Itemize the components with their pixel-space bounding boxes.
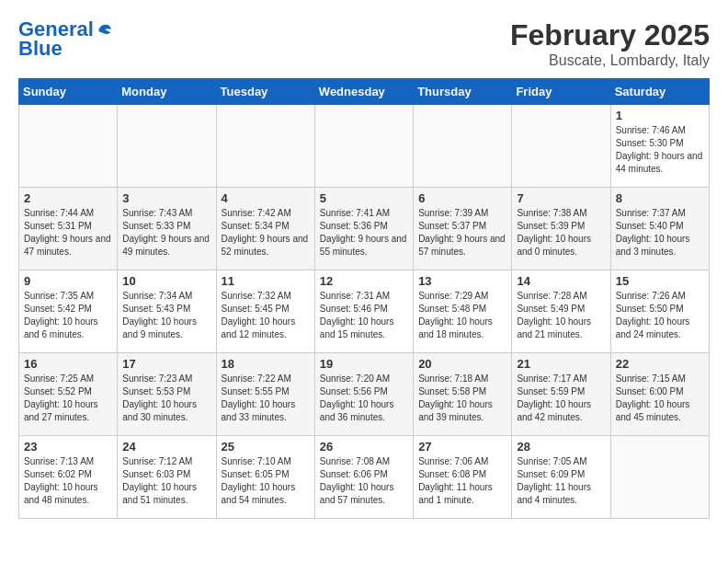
day-info: Sunrise: 7:26 AM Sunset: 5:50 PM Dayligh… — [616, 290, 704, 341]
calendar-week-4: 23Sunrise: 7:13 AM Sunset: 6:02 PM Dayli… — [19, 436, 710, 519]
day-number: 22 — [616, 357, 704, 371]
day-number: 6 — [418, 191, 506, 205]
logo: General Blue — [18, 18, 114, 61]
day-number: 25 — [222, 440, 310, 454]
calendar-week-1: 2Sunrise: 7:44 AM Sunset: 5:31 PM Daylig… — [19, 188, 710, 270]
day-info: Sunrise: 7:44 AM Sunset: 5:31 PM Dayligh… — [24, 207, 112, 259]
day-info: Sunrise: 7:39 AM Sunset: 5:37 PM Dayligh… — [418, 207, 506, 259]
day-info: Sunrise: 7:23 AM Sunset: 5:53 PM Dayligh… — [122, 373, 210, 424]
day-number: 26 — [320, 440, 408, 454]
day-info: Sunrise: 7:38 AM Sunset: 5:39 PM Dayligh… — [517, 207, 605, 259]
day-info: Sunrise: 7:10 AM Sunset: 6:05 PM Dayligh… — [222, 455, 310, 507]
day-info: Sunrise: 7:31 AM Sunset: 5:46 PM Dayligh… — [320, 290, 408, 341]
calendar-cell — [414, 105, 512, 188]
day-info: Sunrise: 7:15 AM Sunset: 6:00 PM Dayligh… — [616, 373, 704, 424]
calendar-cell: 3Sunrise: 7:43 AM Sunset: 5:33 PM Daylig… — [118, 188, 216, 270]
calendar-cell: 9Sunrise: 7:35 AM Sunset: 5:42 PM Daylig… — [19, 270, 118, 353]
calendar-body: 1Sunrise: 7:46 AM Sunset: 5:30 PM Daylig… — [19, 105, 710, 519]
day-number: 2 — [24, 191, 112, 205]
calendar-cell: 10Sunrise: 7:34 AM Sunset: 5:43 PM Dayli… — [118, 270, 216, 353]
calendar-cell: 27Sunrise: 7:06 AM Sunset: 6:08 PM Dayli… — [414, 436, 512, 519]
day-number: 18 — [222, 357, 310, 371]
calendar-cell: 6Sunrise: 7:39 AM Sunset: 5:37 PM Daylig… — [414, 188, 512, 270]
calendar-cell: 14Sunrise: 7:28 AM Sunset: 5:49 PM Dayli… — [512, 270, 610, 353]
weekday-header-wednesday: Wednesday — [314, 79, 413, 105]
day-info: Sunrise: 7:06 AM Sunset: 6:08 PM Dayligh… — [418, 455, 506, 507]
day-number: 27 — [418, 440, 506, 454]
calendar-cell: 1Sunrise: 7:46 AM Sunset: 5:30 PM Daylig… — [610, 105, 709, 188]
day-number: 5 — [320, 191, 408, 205]
title-block: February 2025 Buscate, Lombardy, Italy — [510, 18, 710, 69]
day-number: 23 — [24, 440, 112, 454]
calendar-cell — [610, 436, 709, 519]
calendar-cell: 28Sunrise: 7:05 AM Sunset: 6:09 PM Dayli… — [512, 436, 610, 519]
day-number: 28 — [517, 440, 605, 454]
day-number: 4 — [222, 191, 310, 205]
day-info: Sunrise: 7:13 AM Sunset: 6:02 PM Dayligh… — [24, 455, 112, 507]
calendar-table: SundayMondayTuesdayWednesdayThursdayFrid… — [18, 78, 710, 519]
day-number: 12 — [320, 274, 408, 288]
calendar-cell: 18Sunrise: 7:22 AM Sunset: 5:55 PM Dayli… — [216, 353, 314, 436]
day-info: Sunrise: 7:34 AM Sunset: 5:43 PM Dayligh… — [122, 290, 210, 341]
day-info: Sunrise: 7:12 AM Sunset: 6:03 PM Dayligh… — [122, 455, 210, 507]
calendar-week-2: 9Sunrise: 7:35 AM Sunset: 5:42 PM Daylig… — [19, 270, 710, 353]
day-info: Sunrise: 7:46 AM Sunset: 5:30 PM Dayligh… — [616, 124, 704, 176]
weekday-header-monday: Monday — [118, 79, 216, 105]
calendar-cell: 4Sunrise: 7:42 AM Sunset: 5:34 PM Daylig… — [216, 188, 314, 270]
day-info: Sunrise: 7:29 AM Sunset: 5:48 PM Dayligh… — [418, 290, 506, 341]
calendar-cell: 20Sunrise: 7:18 AM Sunset: 5:58 PM Dayli… — [414, 353, 512, 436]
day-number: 19 — [320, 357, 408, 371]
calendar-cell — [19, 105, 118, 188]
day-number: 15 — [616, 274, 704, 288]
day-info: Sunrise: 7:42 AM Sunset: 5:34 PM Dayligh… — [222, 207, 310, 259]
calendar-cell: 15Sunrise: 7:26 AM Sunset: 5:50 PM Dayli… — [610, 270, 709, 353]
day-info: Sunrise: 7:32 AM Sunset: 5:45 PM Dayligh… — [222, 290, 310, 341]
calendar-cell — [314, 105, 413, 188]
day-info: Sunrise: 7:22 AM Sunset: 5:55 PM Dayligh… — [222, 373, 310, 424]
weekday-header-friday: Friday — [512, 79, 610, 105]
weekday-header-saturday: Saturday — [610, 79, 709, 105]
calendar-cell: 26Sunrise: 7:08 AM Sunset: 6:06 PM Dayli… — [314, 436, 413, 519]
calendar-cell: 19Sunrise: 7:20 AM Sunset: 5:56 PM Dayli… — [314, 353, 413, 436]
day-info: Sunrise: 7:18 AM Sunset: 5:58 PM Dayligh… — [418, 373, 506, 424]
calendar-cell: 22Sunrise: 7:15 AM Sunset: 6:00 PM Dayli… — [610, 353, 709, 436]
day-number: 16 — [24, 357, 112, 371]
page-header: General Blue February 2025 Buscate, Lomb… — [18, 18, 710, 69]
calendar-header-row: SundayMondayTuesdayWednesdayThursdayFrid… — [19, 79, 710, 105]
day-info: Sunrise: 7:25 AM Sunset: 5:52 PM Dayligh… — [24, 373, 112, 424]
day-info: Sunrise: 7:20 AM Sunset: 5:56 PM Dayligh… — [320, 373, 408, 424]
calendar-cell: 23Sunrise: 7:13 AM Sunset: 6:02 PM Dayli… — [19, 436, 118, 519]
calendar-cell: 24Sunrise: 7:12 AM Sunset: 6:03 PM Dayli… — [118, 436, 216, 519]
calendar-cell — [118, 105, 216, 188]
day-info: Sunrise: 7:28 AM Sunset: 5:49 PM Dayligh… — [517, 290, 605, 341]
calendar-cell: 16Sunrise: 7:25 AM Sunset: 5:52 PM Dayli… — [19, 353, 118, 436]
day-info: Sunrise: 7:35 AM Sunset: 5:42 PM Dayligh… — [24, 290, 112, 341]
day-info: Sunrise: 7:17 AM Sunset: 5:59 PM Dayligh… — [517, 373, 605, 424]
calendar-cell: 8Sunrise: 7:37 AM Sunset: 5:40 PM Daylig… — [610, 188, 709, 270]
day-number: 8 — [616, 191, 704, 205]
calendar-cell: 11Sunrise: 7:32 AM Sunset: 5:45 PM Dayli… — [216, 270, 314, 353]
day-info: Sunrise: 7:05 AM Sunset: 6:09 PM Dayligh… — [517, 455, 605, 507]
calendar-cell: 21Sunrise: 7:17 AM Sunset: 5:59 PM Dayli… — [512, 353, 610, 436]
weekday-header-thursday: Thursday — [414, 79, 512, 105]
calendar-cell: 7Sunrise: 7:38 AM Sunset: 5:39 PM Daylig… — [512, 188, 610, 270]
calendar-cell: 12Sunrise: 7:31 AM Sunset: 5:46 PM Dayli… — [314, 270, 413, 353]
day-number: 3 — [122, 191, 210, 205]
month-title: February 2025 — [510, 18, 710, 52]
day-number: 20 — [418, 357, 506, 371]
day-number: 21 — [517, 357, 605, 371]
day-number: 24 — [122, 440, 210, 454]
day-number: 7 — [517, 191, 605, 205]
calendar-week-3: 16Sunrise: 7:25 AM Sunset: 5:52 PM Dayli… — [19, 353, 710, 436]
calendar-week-0: 1Sunrise: 7:46 AM Sunset: 5:30 PM Daylig… — [19, 105, 710, 188]
day-number: 13 — [418, 274, 506, 288]
calendar-cell: 2Sunrise: 7:44 AM Sunset: 5:31 PM Daylig… — [19, 188, 118, 270]
calendar-cell: 5Sunrise: 7:41 AM Sunset: 5:36 PM Daylig… — [314, 188, 413, 270]
day-info: Sunrise: 7:41 AM Sunset: 5:36 PM Dayligh… — [320, 207, 408, 259]
calendar-cell — [216, 105, 314, 188]
day-number: 11 — [222, 274, 310, 288]
calendar-cell: 17Sunrise: 7:23 AM Sunset: 5:53 PM Dayli… — [118, 353, 216, 436]
day-number: 9 — [24, 274, 112, 288]
day-info: Sunrise: 7:08 AM Sunset: 6:06 PM Dayligh… — [320, 455, 408, 507]
calendar-cell: 25Sunrise: 7:10 AM Sunset: 6:05 PM Dayli… — [216, 436, 314, 519]
